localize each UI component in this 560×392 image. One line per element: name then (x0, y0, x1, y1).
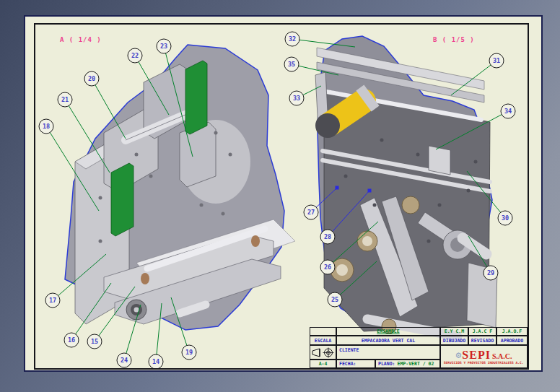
bronze-bushing-left (141, 273, 149, 284)
tb-plano-label: PLANO: (378, 361, 395, 367)
third-angle-projection-icon (312, 347, 335, 358)
sepi-logo-suffix: S.A.C. (492, 353, 512, 360)
tb-ensamble: ENSAMBLE (336, 327, 440, 336)
tb-empty-cell (310, 327, 336, 336)
tb-drawn-initials: E.Y C.M (440, 327, 468, 336)
green-plate-lower (111, 163, 134, 236)
balloon-number-19: 19 (185, 349, 193, 356)
tb-plano-cell: PLANO: EMP-VERT / 02 (375, 360, 440, 368)
cad-viewport-background: 2322202118171615241419323533313427282625… (0, 0, 560, 392)
title-block: ENSAMBLE E.Y C.M J.A.C F J.A.O.F ESCALA … (310, 327, 528, 368)
drawing-frame: 2322202118171615241419323533313427282625… (34, 23, 529, 370)
sepi-gear-icon: ⚙ (456, 350, 462, 360)
leader-dot-28 (368, 189, 372, 193)
tb-logo-cell: ⚙ SEPI S.A.C. SERVICIOS Y PROYECTOS INDU… (440, 345, 528, 368)
tb-reviewed-initials: J.A.C F (468, 327, 496, 336)
tb-approved-initials: J.A.O.F (496, 327, 528, 336)
motor-end-cap (315, 113, 340, 138)
balloon-number-20: 20 (88, 75, 95, 82)
sepi-logo-text: SEPI (462, 349, 491, 361)
balloon-number-24: 24 (121, 357, 128, 364)
tb-revisado-label: REVISADO (468, 336, 496, 345)
slider-block (429, 146, 450, 175)
balloon-number-17: 17 (49, 297, 56, 304)
balloon-number-28: 28 (324, 233, 331, 240)
leader-dot-27 (336, 186, 339, 190)
tb-escala-label: ESCALA (310, 336, 336, 345)
sepi-logo: ⚙ SEPI S.A.C. (456, 349, 512, 361)
bronze-bushing-right (251, 235, 260, 247)
tb-dibujado-label: DIBUJADO (440, 336, 468, 345)
tb-drawing-title: EMPACADORA VERT CAL (336, 336, 440, 345)
balloon-number-31: 31 (493, 57, 500, 64)
balloon-number-27: 27 (307, 209, 315, 216)
tb-plano-value: EMP-VERT / 02 (397, 361, 434, 367)
balloon-number-35: 35 (288, 61, 295, 68)
tb-sheet-size: A-4 (310, 360, 336, 368)
balloon-number-33: 33 (293, 95, 300, 102)
balloon-number-30: 30 (502, 214, 509, 222)
bearing-mid-inner (362, 236, 372, 246)
tb-fecha-label: FECHA: (336, 360, 375, 368)
green-plate-upper (185, 61, 207, 134)
view-a-label: A ( 1/4 ) (60, 36, 102, 43)
balloon-number-18: 18 (43, 123, 50, 130)
view-b-label: B ( 1/5 ) (433, 36, 475, 43)
bearing-left-inner (336, 264, 348, 276)
balloon-number-25: 25 (331, 296, 338, 303)
tb-aprobado-label: APROBADO (496, 336, 528, 345)
balloon-number-22: 22 (131, 52, 139, 59)
balloon-number-16: 16 (68, 336, 75, 344)
balloon-number-23: 23 (160, 43, 167, 50)
balloon-number-14: 14 (152, 358, 159, 365)
balloon-number-26: 26 (324, 263, 331, 271)
balloon-number-15: 15 (91, 338, 98, 345)
drawing-canvas: 2322202118171615241419323533313427282625… (35, 25, 528, 368)
tb-cliente-label: CLIENTE (336, 345, 440, 360)
tb-projection-cell (310, 345, 336, 360)
balloon-number-32: 32 (289, 35, 296, 43)
detail-view-a[interactable] (65, 45, 295, 330)
balloon-number-34: 34 (504, 108, 512, 115)
sepi-logo-tagline: SERVICIOS Y PROYECTOS INDUSTRIALESS A.C. (444, 361, 524, 365)
center-block (180, 122, 216, 187)
motor-flange (364, 95, 372, 101)
balloon-number-29: 29 (487, 269, 494, 276)
balloon-number-21: 21 (61, 96, 69, 103)
pulley-hub (134, 308, 139, 313)
bearing-block-upper (402, 196, 419, 214)
drawing-sheet: 2322202118171615241419323533313427282625… (24, 15, 543, 372)
